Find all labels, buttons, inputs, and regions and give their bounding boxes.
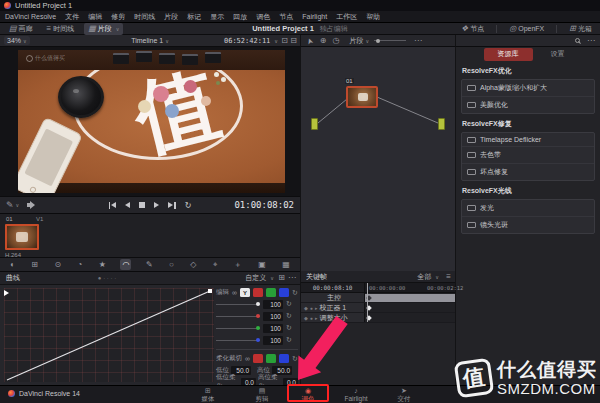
lightbox-button[interactable]: ⊞光箱	[565, 23, 596, 35]
lock-icon[interactable]: ●	[310, 305, 313, 311]
node-output[interactable]	[438, 118, 445, 130]
cursor-tool-icon[interactable]: ➤	[305, 36, 315, 45]
fx-item[interactable]: Alpha蒙版缩小和扩大	[462, 80, 594, 97]
curves-grid-icon[interactable]: ⊞	[278, 274, 285, 282]
star-grade-icon[interactable]: ★	[97, 259, 108, 270]
viewer-timecode-dropdown[interactable]: 06:52:42:11∨	[224, 37, 278, 45]
step-back-button[interactable]	[125, 202, 130, 208]
channel-b-button[interactable]	[279, 288, 289, 297]
node-source-input[interactable]	[311, 118, 318, 130]
tab-library[interactable]: 资源库	[484, 48, 533, 61]
menu-help[interactable]: 帮助	[366, 12, 380, 22]
master-track-bar[interactable]	[365, 294, 455, 302]
motion-effects-icon[interactable]: ◔	[76, 259, 85, 270]
node-clip-dropdown[interactable]: 片段∨	[349, 36, 369, 46]
fx-item[interactable]: 坏点修复	[462, 164, 594, 180]
page-fairlight[interactable]: ♪Fairlight	[333, 387, 379, 403]
page-media[interactable]: ⊞媒体	[185, 387, 231, 403]
menu-node[interactable]: 节点	[279, 12, 293, 22]
menu-trim[interactable]: 修剪	[111, 12, 125, 22]
cache-clock-icon[interactable]: ◷	[332, 37, 339, 45]
luma-value[interactable]: 100	[263, 300, 283, 309]
expand-arrow-icon[interactable]: ▸	[315, 305, 318, 311]
channel-y-button[interactable]: Y	[240, 288, 250, 297]
menu-view[interactable]: 显示	[210, 12, 224, 22]
blue-slider[interactable]	[216, 340, 260, 341]
fx-item[interactable]: Timelapse Deflicker	[462, 133, 594, 147]
menu-workspace[interactable]: 工作区	[336, 12, 357, 22]
curve-left-marker[interactable]	[4, 290, 9, 296]
fx-toolbar: ⋯	[455, 35, 600, 47]
qualifier-pen-icon[interactable]: ✎	[144, 259, 155, 270]
menu-clip[interactable]: 片段	[164, 12, 178, 22]
node-zoom-slider[interactable]	[374, 40, 406, 41]
sizing-icon[interactable]: ▦	[280, 259, 292, 270]
keyframes-sort-icon[interactable]: ≡	[446, 273, 451, 281]
curve-handle[interactable]	[208, 289, 212, 293]
menu-color[interactable]: 调色	[256, 12, 270, 22]
blur-icon[interactable]: ＋	[232, 258, 244, 271]
menu-timeline[interactable]: 时间线	[134, 12, 155, 22]
loop-button[interactable]: ↻	[185, 201, 192, 210]
primaries-bars-icon[interactable]: ⊞	[29, 259, 40, 270]
viewer-expand-icon[interactable]: ⊡	[281, 37, 288, 45]
play-button[interactable]	[154, 202, 159, 208]
softclip-r-button[interactable]	[253, 354, 263, 363]
menu-edit[interactable]: 编辑	[88, 12, 102, 22]
red-slider[interactable]	[216, 316, 260, 317]
fx-item[interactable]: 镜头光斑	[462, 217, 594, 233]
fx-item[interactable]: 发光	[462, 200, 594, 217]
keyframes-filter-dropdown[interactable]: 全部∨	[417, 272, 439, 282]
fx-item[interactable]: 去色带	[462, 147, 594, 164]
tracker-icon[interactable]: ⌖	[211, 259, 220, 271]
color-wheels-icon[interactable]: ◐	[8, 259, 17, 270]
skip-forward-button[interactable]	[168, 202, 176, 209]
channel-r-button[interactable]	[253, 288, 263, 297]
fx-more-icon[interactable]: ⋯	[587, 37, 595, 45]
luma-slider[interactable]	[216, 304, 260, 305]
edit-page-icon: ▤	[239, 387, 285, 395]
skip-back-button[interactable]	[109, 202, 117, 209]
search-icon[interactable]	[575, 38, 580, 43]
pan-tool-icon[interactable]: ⊕	[320, 37, 327, 45]
power-window-icon[interactable]: ◇	[188, 259, 198, 270]
keyframes-timecode[interactable]: 00:00:08:10	[301, 283, 365, 292]
menu-file[interactable]: 文件	[65, 12, 79, 22]
keyframe-row-master[interactable]: 主控	[301, 293, 455, 303]
reset-icon[interactable]: ↻	[286, 300, 292, 308]
keyframes-playhead[interactable]	[367, 283, 368, 322]
page-deliver[interactable]: ➤交付	[381, 387, 427, 403]
openfx-panel-button[interactable]: ◎OpenFX	[505, 24, 548, 34]
qualifier-circle-icon[interactable]: ○	[167, 259, 176, 270]
green-slider[interactable]	[216, 328, 260, 329]
tab-settings[interactable]: 设置	[543, 48, 573, 61]
menu-fairlight[interactable]: Fairlight	[302, 13, 327, 20]
clip-thumbnail[interactable]	[5, 224, 39, 250]
menu-davinci[interactable]: DaVinci Resolve	[5, 13, 56, 20]
fx-section-title: ResolveFX修复	[456, 114, 600, 132]
curves-icon[interactable]: ◠	[120, 259, 131, 270]
corrector-node[interactable]	[346, 86, 378, 108]
channel-g-button[interactable]	[266, 288, 276, 297]
chain-link-icon[interactable]: ∞	[245, 355, 250, 362]
reset-icon[interactable]: ↻	[292, 289, 298, 297]
fx-item[interactable]: 美颜优化	[462, 97, 594, 113]
curves-preset-dropdown[interactable]: 自定义∨	[245, 273, 274, 283]
node-more-icon[interactable]: ⋯	[414, 37, 422, 45]
chain-link-icon[interactable]: ∞	[232, 289, 237, 296]
curve-graph[interactable]	[4, 288, 214, 382]
nodes-panel-button[interactable]: ❖节点	[457, 23, 488, 35]
curves-more-icon[interactable]: ⋯	[288, 274, 296, 282]
viewer-grid-icon[interactable]: ⊟	[290, 37, 297, 45]
keyframes-ruler[interactable]: 00:00:00:00 00:00:02:12	[365, 283, 455, 292]
key-icon[interactable]: ▣	[256, 259, 268, 270]
page-edit[interactable]: ▤剪辑	[239, 387, 285, 403]
rgb-mixer-icon[interactable]: ⊙	[52, 259, 63, 270]
stop-button[interactable]	[139, 202, 145, 208]
menu-mark[interactable]: 标记	[187, 12, 201, 22]
menu-playback[interactable]: 回放	[233, 12, 247, 22]
node-graph[interactable]: 01	[300, 47, 455, 271]
photo-binder-clip	[113, 53, 129, 64]
curves-pager-dots[interactable]: ● · · · ·	[0, 275, 214, 281]
viewer[interactable]: 值 什么值得买	[0, 47, 300, 196]
